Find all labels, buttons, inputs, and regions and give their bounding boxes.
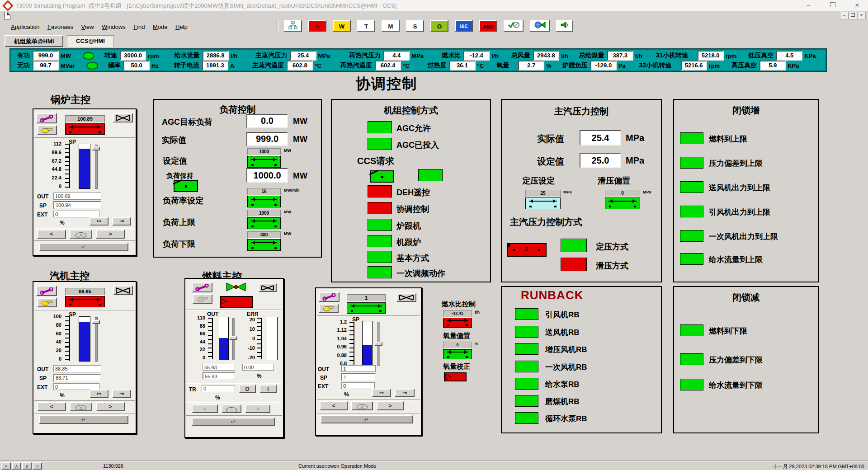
child-restore-button[interactable] [849, 12, 857, 19]
toolbar-t-button[interactable]: T [357, 20, 375, 32]
maximize-button[interactable] [825, 1, 841, 9]
decrease-button[interactable] [320, 401, 348, 410]
fixed-pressure-slider[interactable]: 25 [525, 190, 561, 209]
hand-icon[interactable] [37, 125, 57, 135]
enter-button[interactable] [321, 415, 413, 423]
ramp-button[interactable] [372, 389, 391, 397]
boiler-sp-bar[interactable] [79, 144, 90, 189]
slider-handle[interactable] [92, 320, 100, 324]
minimize-button[interactable] [800, 1, 816, 9]
ack-alarm-icon[interactable] [504, 20, 524, 32]
step-button[interactable] [395, 389, 415, 397]
increase-button[interactable] [377, 401, 404, 410]
menu-mode[interactable]: Mode [153, 24, 168, 30]
tab-unit-menu[interactable]: 机组菜单@HMI [5, 35, 63, 47]
turbine-sp-bar[interactable] [79, 316, 90, 362]
ccs-request-toggle[interactable] [370, 170, 394, 183]
toolbar-a-button[interactable]: A [308, 20, 326, 32]
bowtie-x-icon[interactable] [113, 286, 133, 295]
sp-field[interactable]: 100.94 [53, 201, 101, 209]
display-slider[interactable] [347, 302, 386, 314]
ramp-button[interactable] [90, 390, 108, 398]
hand-icon[interactable] [37, 298, 57, 307]
enter-button[interactable] [39, 415, 128, 424]
slider-handle[interactable] [374, 342, 382, 346]
wrench-icon[interactable] [36, 286, 57, 296]
menu-help[interactable]: Help [175, 24, 188, 30]
auto-button[interactable] [70, 230, 92, 239]
toolbar-m-button[interactable]: M [382, 20, 400, 32]
wrench-icon[interactable] [192, 282, 212, 292]
menu-windows[interactable]: Windows [102, 24, 126, 30]
tr-off-button[interactable]: O [239, 385, 256, 393]
nav-last-button[interactable] [33, 462, 42, 470]
menu-favoraies[interactable]: Favoraies [47, 24, 73, 30]
speaker-icon[interactable] [556, 20, 573, 32]
step-button[interactable] [112, 390, 131, 398]
bowtie-x-icon[interactable] [113, 113, 133, 122]
boiler-setpoint-display[interactable]: 100.89 [65, 115, 105, 135]
strip-group-reactive-power: 无功99.7MVar [17, 61, 75, 70]
auto-button[interactable] [351, 401, 373, 410]
ratio-display[interactable]: 1 [347, 294, 386, 314]
fuel-out-bar[interactable] [219, 317, 229, 360]
increase-button[interactable] [96, 230, 125, 239]
slider-handle[interactable] [92, 146, 100, 150]
toolbar-w-button[interactable]: W [333, 20, 351, 32]
child-close-button[interactable] [857, 12, 866, 19]
step-button[interactable] [112, 217, 131, 226]
menu-find[interactable]: Find [133, 24, 145, 30]
increase-button[interactable] [96, 402, 125, 411]
turbine-setpoint-display[interactable]: 88.85 [65, 288, 105, 307]
auto-button[interactable] [70, 402, 92, 411]
close-button[interactable] [849, 1, 865, 9]
tr-on-button[interactable]: I [259, 385, 277, 393]
global-sound-icon[interactable] [530, 20, 550, 32]
load-rate-slider[interactable]: 16 [247, 188, 281, 207]
child-minimize-button[interactable] [840, 12, 849, 19]
menu-application[interactable]: Application [11, 24, 40, 30]
load-min-slider[interactable]: 400 [247, 231, 281, 251]
load-setpoint-slider[interactable]: 1000 [247, 148, 281, 168]
network-icon[interactable] [284, 20, 302, 32]
slider-track[interactable] [95, 145, 98, 189]
nav-down-button[interactable] [22, 462, 32, 470]
wrench-icon[interactable] [319, 292, 340, 302]
bowtie-x-icon[interactable] [396, 293, 416, 302]
menu-view[interactable]: View [81, 24, 94, 30]
enter-button[interactable] [39, 243, 128, 251]
ratio-sp-bar[interactable] [362, 321, 373, 366]
o2-bias-slider[interactable]: 0 [443, 342, 472, 359]
display-slider[interactable] [65, 123, 105, 135]
load-hold-toggle[interactable] [174, 180, 198, 192]
toolbar-asd-button[interactable]: ASD [479, 20, 497, 32]
sp-field[interactable]: 88.71 [53, 374, 101, 382]
fuel-display[interactable]: ▷ [220, 296, 253, 308]
hand-icon[interactable] [319, 304, 339, 313]
bowtie-x-icon[interactable] [259, 283, 277, 292]
load-max-slider[interactable]: 1000 [247, 210, 281, 229]
ramp-button[interactable] [90, 217, 108, 226]
pressure-mode-selector[interactable]: 2 [507, 243, 547, 257]
auto-button[interactable] [222, 404, 241, 413]
sp-value-field[interactable]: 55.93 [203, 372, 235, 380]
wrench-icon[interactable] [36, 113, 57, 123]
display-slider[interactable] [65, 296, 105, 307]
o2-correction-indicator[interactable]: ▷ [444, 372, 467, 381]
sliding-bias-slider[interactable]: 0 [605, 190, 640, 209]
enter-button[interactable] [192, 418, 275, 426]
nav-first-button[interactable] [1, 462, 11, 470]
slider-handle[interactable] [229, 336, 237, 340]
decrease-button[interactable] [37, 402, 66, 411]
sp-field[interactable]: 1 [341, 373, 376, 381]
nav-up-button[interactable] [12, 462, 21, 470]
toolbar-o-button[interactable]: O [430, 20, 448, 32]
fuelwater-ctrl-slider[interactable]: -12.41 [443, 310, 472, 328]
tab-ccs-hmi[interactable]: CCS@HMI [67, 35, 114, 47]
decrease-button[interactable] [192, 404, 218, 413]
toolbar-s-button[interactable]: S [406, 20, 424, 32]
toolbar-iandc-button[interactable]: I&C [455, 20, 473, 32]
block-label: 一次风机出力到上限 [709, 231, 778, 242]
decrease-button[interactable] [37, 230, 66, 239]
increase-button[interactable] [245, 404, 270, 413]
